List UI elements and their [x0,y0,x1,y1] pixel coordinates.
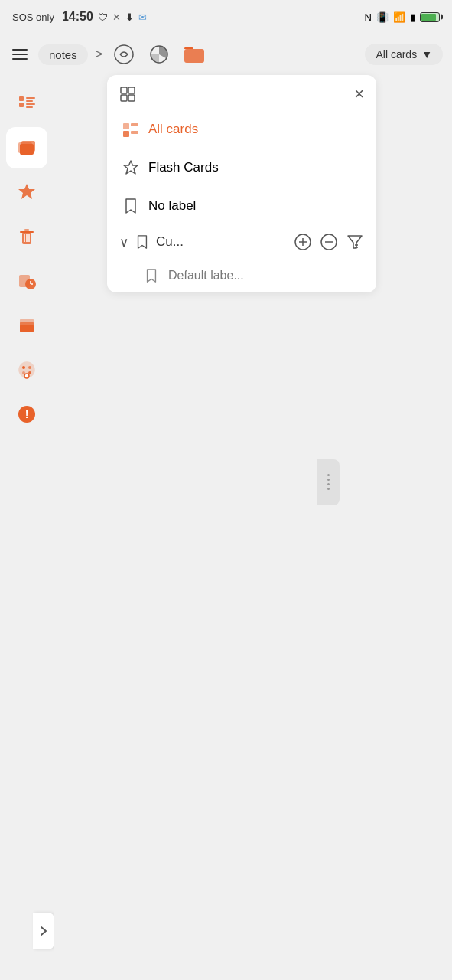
group-label: Cu... [156,234,288,250]
flash-cards-star-icon [122,159,139,176]
close-panel-button[interactable]: × [354,86,364,103]
dropdown-item-all-cards[interactable]: All cards [107,110,376,149]
sidebar-item-alerts[interactable]: ! [6,394,47,435]
svg-rect-6 [26,100,33,102]
sidebar-item-history[interactable] [6,260,47,302]
svg-rect-34 [121,87,127,93]
dropdown-header: × [107,75,376,110]
group-bookmark-icon [135,234,150,250]
sidebar-expand-button[interactable] [33,913,54,949]
clock-copy-icon [16,270,37,292]
mail-icon: ✉ [138,11,147,23]
svg-rect-41 [131,131,138,134]
dropdown-item-flash-cards[interactable]: Flash Cards [107,149,376,187]
sidebar-item-themes[interactable] [6,349,47,390]
grid-icon [119,86,136,103]
subitem-bookmark-svg-icon [144,268,159,283]
resize-dots [327,474,330,490]
sos-label: SOS only [12,11,54,23]
sidebar-item-cards[interactable] [6,127,47,168]
filter-icon [346,233,364,251]
no-label-bookmark-icon [122,198,139,214]
time-label: 14:50 [62,10,93,24]
svg-text:!: ! [25,408,29,420]
alert-icon: ! [16,403,37,425]
group-actions [294,233,364,251]
main-content: ! × [0,75,452,980]
svg-rect-14 [20,231,34,233]
svg-point-27 [22,366,25,369]
cloud-sync-button[interactable] [110,41,138,68]
group-add-button[interactable] [294,233,312,251]
list-icon [16,93,37,114]
default-label-text: Default labe... [168,269,244,283]
default-label-bookmark-icon [144,268,159,283]
sidebar-item-trash[interactable] [6,216,47,257]
svg-rect-4 [19,103,24,107]
breadcrumb-notes[interactable]: notes [38,44,88,65]
svg-marker-48 [348,236,362,248]
collapse-grid-button[interactable] [119,86,136,103]
svg-rect-37 [128,95,135,101]
group-bookmark-svg-icon [135,234,150,250]
plus-circle-icon [294,233,312,251]
group-chevron-icon[interactable]: ∨ [119,234,128,250]
all-cards-item-label: All cards [148,122,198,137]
svg-rect-40 [131,123,138,126]
x-circle-icon: ✕ [112,11,121,23]
svg-rect-11 [20,144,34,155]
top-nav: notes > All cards ▼ [0,34,452,75]
svg-rect-35 [128,87,135,93]
status-left: SOS only 14:50 🛡 ✕ ⬇ ✉ [12,10,147,24]
layers-icon [16,315,37,336]
group-remove-button[interactable] [320,233,338,251]
sidebar: ! [0,75,54,980]
resize-handle[interactable] [317,459,340,505]
pie-chart-button[interactable] [145,41,173,68]
folder-icon [184,44,205,64]
svg-rect-3 [19,96,24,101]
signal-icon: ▮ [410,11,415,23]
all-cards-label: All cards [376,48,417,60]
star-outline-icon [122,159,139,176]
shield-icon: 🛡 [98,11,108,23]
card-grid-icon [122,121,139,138]
cloud-sync-icon [113,44,135,65]
svg-marker-42 [124,161,138,174]
bookmark-outline-icon [122,198,139,214]
svg-rect-5 [26,97,35,99]
svg-rect-39 [123,131,129,137]
chevron-right-icon [38,926,49,936]
hamburger-button[interactable] [9,46,31,63]
flash-cards-item-label: Flash Cards [148,160,219,175]
group-filter-button[interactable] [346,233,364,251]
svg-rect-7 [26,103,35,105]
svg-rect-15 [24,229,29,231]
no-label-item-label: No label [148,198,196,214]
dropdown-panel: × All cards [107,75,376,292]
dropdown-subitem-default-label[interactable]: Default labe... [107,259,376,292]
svg-rect-36 [121,95,127,101]
folder-button[interactable] [180,41,208,68]
dropdown-chevron-icon: ▼ [421,48,432,60]
svg-rect-8 [26,106,33,108]
all-cards-dropdown-button[interactable]: All cards ▼ [365,44,443,65]
minus-circle-icon [320,233,338,251]
star-icon [16,181,37,203]
sidebar-item-favorites[interactable] [6,172,47,213]
svg-rect-25 [20,325,34,332]
svg-point-0 [115,45,133,64]
svg-point-28 [28,366,31,369]
nfc-icon: N [365,11,372,23]
trash-icon [16,226,37,247]
wifi-icon: 📶 [393,11,405,23]
status-bar: SOS only 14:50 🛡 ✕ ⬇ ✉ N 📳 📶 ▮ [0,0,452,34]
battery-icon [420,12,440,22]
svg-rect-38 [123,123,129,129]
vibrate-icon: 📳 [376,11,389,23]
sidebar-item-list[interactable] [6,83,47,124]
svg-point-31 [24,374,29,378]
sidebar-item-layers[interactable] [6,305,47,346]
dropdown-item-no-label[interactable]: No label [107,187,376,225]
all-cards-icon [122,121,139,138]
